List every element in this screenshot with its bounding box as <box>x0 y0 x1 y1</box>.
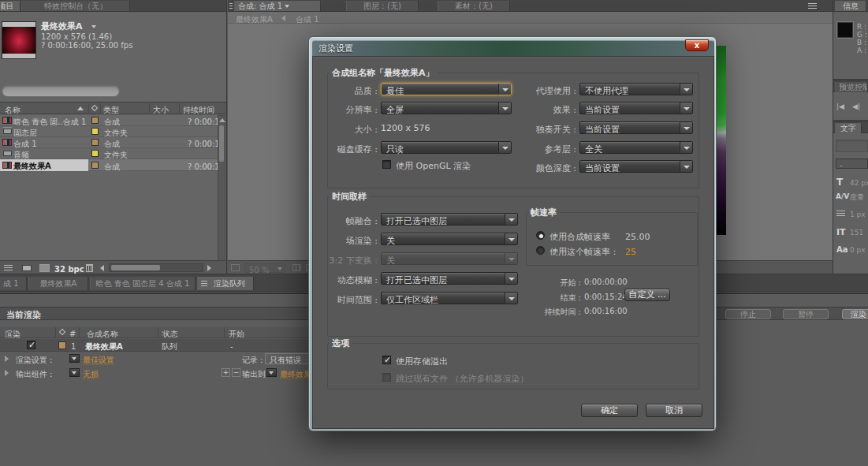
col-num[interactable]: # <box>69 330 76 338</box>
first-frame-icon[interactable]: |◀ <box>836 103 844 111</box>
region-of-interest-icon[interactable] <box>231 264 240 271</box>
label-chip[interactable] <box>91 117 99 124</box>
col-status[interactable]: 状态 <box>162 330 178 338</box>
col-comp-name[interactable]: 合成名称 <box>87 330 118 338</box>
guide-layers-select[interactable]: 全关 <box>579 141 693 154</box>
new-comp-icon[interactable] <box>39 264 50 272</box>
output-module-link[interactable]: 无损 <box>83 370 99 379</box>
custom-framerate-value[interactable]: 25 <box>625 248 636 257</box>
col-duration[interactable]: 持续时间 <box>183 106 214 114</box>
use-comp-framerate-radio[interactable] <box>536 231 545 240</box>
frame-blending-select[interactable]: 打开已选中图层 <box>381 213 518 226</box>
chevron-down-icon[interactable] <box>91 25 96 28</box>
scroll-thumb[interactable] <box>219 125 224 162</box>
vertical-scale-value[interactable]: 151 <box>850 229 863 237</box>
project-scrollbar[interactable] <box>218 115 225 259</box>
font-style-select[interactable]: - <box>836 158 868 169</box>
label-chip[interactable] <box>58 341 66 349</box>
tab-effect-controls[interactable]: 特效控制台（无） <box>21 1 130 11</box>
pause-button[interactable]: 暂停 <box>783 309 829 319</box>
dialog-titlebar[interactable]: 渲染设置 x <box>312 40 714 56</box>
resolution-select[interactable]: 全屏 <box>381 102 512 114</box>
font-size-value[interactable]: 42 px <box>850 180 868 188</box>
tab-project[interactable]: 项目 <box>0 1 20 11</box>
panel-options-icon[interactable] <box>808 3 817 9</box>
tab-character[interactable]: 文字 <box>835 123 862 133</box>
col-render[interactable]: 渲染 <box>5 330 20 338</box>
tab-info[interactable]: 信息 <box>835 1 866 11</box>
grid-guides-icon[interactable] <box>292 264 301 271</box>
label-color-icon[interactable] <box>91 105 98 111</box>
tab-composition[interactable]: 合成: 合成 1 <box>234 1 321 11</box>
motion-blur-select[interactable]: 打开已选中图层 <box>381 272 518 285</box>
output-module-dropdown-icon[interactable] <box>69 368 80 377</box>
render-checkbox[interactable] <box>27 341 35 349</box>
col-size[interactable]: 大小 <box>153 106 169 114</box>
label-color-icon[interactable] <box>59 329 65 335</box>
quality-select[interactable]: 最佳 <box>381 83 512 95</box>
hscroll-thumb[interactable] <box>111 265 160 270</box>
hscroll-left-icon[interactable] <box>100 265 104 271</box>
tab-preview[interactable]: 预览控制台 <box>835 82 868 92</box>
col-name[interactable]: 名称 <box>5 106 20 114</box>
cancel-button[interactable]: 取消 <box>646 404 702 417</box>
stop-button[interactable]: 停止 <box>725 309 771 319</box>
output-to-dropdown-icon[interactable] <box>266 368 277 377</box>
close-button[interactable]: x <box>685 39 709 51</box>
table-row[interactable]: 固态层 文件夹 <box>0 126 218 137</box>
label-chip[interactable] <box>91 128 99 135</box>
render-button[interactable]: 渲染 <box>842 309 868 319</box>
add-output-button[interactable]: + <box>222 368 230 377</box>
twirl-icon[interactable] <box>5 356 9 362</box>
interpret-footage-icon[interactable] <box>4 265 13 271</box>
prev-frame-icon[interactable]: ◀| <box>852 103 860 111</box>
proxy-select[interactable]: 不使用代理 <box>579 83 693 95</box>
label-chip[interactable] <box>91 139 99 146</box>
render-settings-dropdown-icon[interactable] <box>69 354 80 363</box>
disk-cache-select[interactable]: 只读 <box>381 141 512 154</box>
trash-icon[interactable] <box>86 264 93 272</box>
hscroll-right-icon[interactable] <box>207 265 211 271</box>
panel-menu-icon[interactable] <box>285 5 289 8</box>
render-settings-link[interactable]: 最佳设置 <box>83 356 114 365</box>
scroll-up-icon[interactable] <box>219 118 225 122</box>
time-span-select[interactable]: 仅工作区域栏 <box>381 292 518 304</box>
leading-value[interactable]: 1 px <box>850 211 866 219</box>
output-to-link[interactable]: 最终效果A <box>280 370 311 379</box>
col-type[interactable]: 类型 <box>103 106 119 114</box>
kerning-value[interactable]: 度量 <box>850 194 864 202</box>
opengl-checkbox[interactable] <box>382 160 391 169</box>
use-this-framerate-radio[interactable] <box>536 246 545 255</box>
tab-render-queue[interactable]: 渲染队列 <box>197 277 254 290</box>
field-render-select[interactable]: 关 <box>381 233 518 245</box>
log-dropdown[interactable]: 只有错误 <box>265 353 312 364</box>
tab-dark-cyan-solid-timeline[interactable]: 暗色 青色 固态层 4 合成 1 <box>90 277 196 290</box>
search-input[interactable] <box>2 85 120 97</box>
table-row-selected[interactable]: 最终效果A 合成 ? 0:00:1 <box>0 159 218 171</box>
tab-comp1-timeline[interactable]: 成 1 <box>0 277 27 290</box>
hscrollbar[interactable] <box>109 263 203 272</box>
font-family-input[interactable] <box>836 140 868 152</box>
custom-button[interactable]: 自定义 ... <box>624 289 670 301</box>
magnification-select[interactable]: 50 % <box>244 263 285 273</box>
remove-output-button[interactable]: − <box>232 368 240 377</box>
tab-footage[interactable]: 素材：(无) <box>438 1 510 11</box>
tab-layer[interactable]: 图层：(无) <box>346 1 419 11</box>
label-chip[interactable] <box>91 162 99 169</box>
bit-depth-label[interactable]: 32 bpc <box>54 265 84 274</box>
table-row[interactable]: 音频 文件夹 <box>0 148 218 159</box>
baseline-shift-value[interactable]: 0 px <box>850 247 866 255</box>
label-chip[interactable] <box>91 150 99 157</box>
breadcrumb-subcomp[interactable]: 合成 1 <box>296 15 319 24</box>
color-depth-select[interactable]: 当前设置 <box>579 160 693 173</box>
ok-button[interactable]: 确定 <box>581 404 638 417</box>
effects-select[interactable]: 当前设置 <box>579 102 693 114</box>
new-folder-icon[interactable] <box>22 265 32 271</box>
table-row[interactable]: 暗色 青色 固..合成 1 合成 ? 0:00:1 <box>0 115 218 126</box>
table-row[interactable]: 合成 1 合成 ? 0:00:1 <box>0 137 218 148</box>
tab-final-effect-timeline[interactable]: 最终效果A <box>28 277 88 290</box>
col-started[interactable]: 开始 <box>229 330 244 338</box>
twirl-icon[interactable] <box>5 370 9 376</box>
solo-select[interactable]: 当前设置 <box>579 121 693 134</box>
breadcrumb-comp[interactable]: 最终效果A <box>236 15 273 24</box>
